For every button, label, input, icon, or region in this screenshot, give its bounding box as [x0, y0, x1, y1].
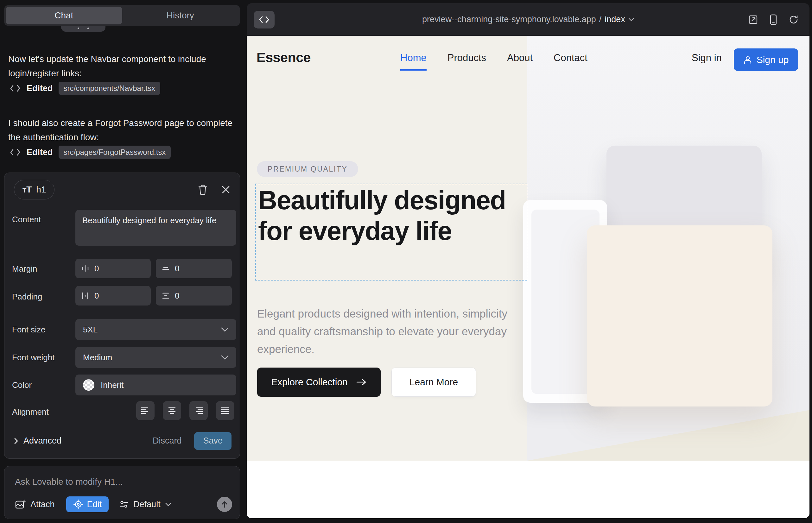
margin-horizontal-icon [81, 264, 89, 273]
chevron-down-icon [221, 327, 229, 332]
edited-file-row: Edited src/components/Navbar.tsx [10, 82, 160, 95]
margin-vertical-icon [161, 264, 170, 273]
type-icon: TT [22, 184, 32, 195]
padding-vertical-input[interactable]: 0 [156, 286, 232, 306]
model-mode-select[interactable]: Default [119, 500, 171, 509]
code-view-toggle[interactable] [254, 11, 285, 29]
attach-button[interactable]: Attach [15, 499, 55, 510]
color-label: Color [12, 380, 32, 390]
edited-label: Edited [27, 147, 53, 157]
site-logo[interactable]: Essence [257, 50, 311, 65]
code-icon[interactable] [254, 11, 275, 29]
chat-message: I should also create a Forgot Password p… [8, 116, 233, 145]
url-separator: / [599, 15, 602, 24]
url-page: index [604, 15, 625, 24]
content-textarea[interactable]: Beautifully designed for everyday life [75, 210, 236, 246]
color-select[interactable]: Inherit [75, 375, 236, 395]
preview-window: preview--charming-site-symphony.lovable.… [247, 3, 810, 518]
learn-more-button[interactable]: Learn More [391, 367, 476, 397]
align-right-button[interactable] [189, 401, 208, 420]
tab-chat[interactable]: Chat [6, 7, 122, 24]
font-weight-label: Font weight [12, 353, 54, 362]
site-preview: Essence Home Products About Contact Sign… [247, 36, 810, 518]
site-navbar: Essence Home Products About Contact Sign… [247, 36, 810, 78]
align-left-button[interactable] [136, 401, 155, 420]
nav-link-home[interactable]: Home [400, 52, 427, 64]
close-panel-icon[interactable] [222, 185, 230, 194]
font-weight-select[interactable]: Medium [75, 347, 236, 368]
save-button[interactable]: Save [194, 432, 231, 450]
padding-vertical-icon [161, 292, 170, 300]
open-in-new-tab-icon[interactable] [748, 15, 758, 25]
content-label: Content [12, 215, 41, 224]
arrow-right-icon [356, 378, 367, 386]
edited-label: Edited [27, 84, 53, 93]
edited-file-chip[interactable]: src/components/Navbar.tsx [58, 82, 160, 95]
next-section [247, 461, 810, 518]
font-size-select[interactable]: 5XL [75, 319, 236, 340]
sliders-icon [119, 500, 129, 509]
chat-history-tabs: Chat History [4, 5, 240, 26]
font-size-label: Font size [12, 325, 46, 335]
element-tag: h1 [36, 184, 46, 195]
preview-url[interactable]: preview--charming-site-symphony.lovable.… [422, 15, 634, 24]
discard-button[interactable]: Discard [153, 436, 182, 446]
sign-in-link[interactable]: Sign in [692, 52, 722, 64]
target-icon [73, 499, 83, 509]
chevron-down-icon [221, 355, 229, 360]
image-attach-icon [15, 499, 26, 510]
mobile-view-icon[interactable] [770, 14, 777, 25]
refresh-icon[interactable] [789, 15, 799, 25]
element-inspector-panel: TT h1 Co [4, 173, 240, 459]
nav-link-about[interactable]: About [507, 52, 533, 64]
delete-element-button[interactable] [198, 184, 208, 195]
edited-file-row: Edited src/pages/ForgotPassword.tsx [10, 146, 171, 159]
preview-toolbar: preview--charming-site-symphony.lovable.… [247, 3, 810, 36]
padding-horizontal-icon [81, 292, 89, 300]
margin-horizontal-input[interactable]: 0 [75, 259, 151, 278]
edit-mode-button[interactable]: Edit [66, 497, 109, 512]
explore-collection-button[interactable]: Explore Collection [257, 367, 381, 397]
margin-label: Margin [12, 264, 37, 274]
send-button[interactable] [217, 497, 232, 512]
code-icon [10, 148, 21, 157]
alignment-buttons [136, 401, 234, 420]
advanced-toggle[interactable]: Advanced [14, 436, 61, 446]
arrow-up-icon [221, 501, 228, 508]
h1-selection-outline[interactable]: Beautifully designed for everyday life [255, 184, 527, 281]
chat-message: Now let's update the Navbar component to… [8, 52, 233, 81]
align-justify-button[interactable] [216, 401, 234, 420]
user-icon [743, 55, 752, 64]
hero-heading[interactable]: Beautifully designed for everyday life [258, 185, 527, 246]
sign-up-button[interactable]: Sign up [734, 49, 798, 71]
hero-description: Elegant products designed with intention… [257, 305, 511, 358]
edited-file-chip[interactable]: src/pages/ForgotPassword.tsx [58, 146, 171, 159]
padding-horizontal-input[interactable]: 0 [75, 286, 151, 306]
nav-link-contact[interactable]: Contact [553, 52, 587, 64]
alignment-label: Alignment [12, 407, 49, 417]
decorative-card-cream [587, 226, 772, 407]
chat-sidebar: Chat History Now let's update the Navbar… [0, 0, 247, 523]
premium-quality-badge: PREMIUM QUALITY [257, 161, 358, 177]
nav-link-products[interactable]: Products [447, 52, 486, 64]
padding-label: Padding [12, 292, 42, 302]
tab-history[interactable]: History [122, 7, 239, 24]
margin-vertical-input[interactable]: 0 [156, 259, 232, 278]
lovable-app: Chat History Now let's update the Navbar… [0, 0, 812, 523]
chevron-down-icon [165, 502, 171, 506]
chevron-right-icon [14, 437, 18, 445]
chevron-down-icon [628, 18, 634, 21]
composer-input[interactable]: Ask Lovable to modify H1... [15, 477, 123, 487]
align-center-button[interactable] [163, 401, 181, 420]
url-domain: preview--charming-site-symphony.lovable.… [422, 15, 596, 24]
transparency-swatch-icon [83, 379, 94, 391]
chat-composer[interactable]: Ask Lovable to modify H1... Attach [4, 466, 240, 519]
code-icon [10, 84, 21, 92]
selected-element-badge: TT h1 [14, 180, 54, 199]
